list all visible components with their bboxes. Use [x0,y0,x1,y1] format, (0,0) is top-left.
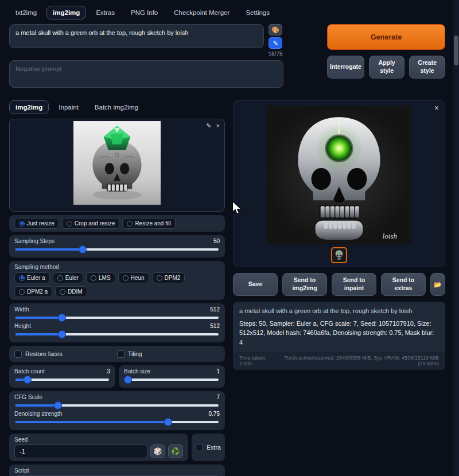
height-slider[interactable] [15,333,219,335]
batch-count-label: Batch count [14,368,45,374]
pencil-icon: ✎ [273,40,278,47]
tab-extras[interactable]: Extras [90,6,121,19]
denoising-strength-slider[interactable] [15,421,219,423]
radio-label: Euler [65,275,79,281]
generation-info-panel: a metal skull with a green orb at the to… [233,302,445,370]
gallery-thumbnail[interactable] [331,247,347,263]
radio-icon [157,275,162,281]
token-counter: 16/75 [268,51,282,57]
open-folder-button[interactable]: 📂 [430,273,445,296]
tab-checkpoint-merger[interactable]: Checkpoint Merger [168,6,236,19]
image-edit-button[interactable]: ✎ [206,122,211,130]
checkbox-icon [14,350,22,358]
extra-seed-checkbox[interactable]: Extra [196,444,221,451]
reuse-seed-button[interactable]: ♻️ [168,444,183,458]
size-group: Width 512 Height 512 [9,303,225,342]
script-group: Script None ⌄ [9,465,225,476]
checkbox-label: Extra [207,444,221,451]
height-label: Height [14,323,31,329]
subtab-img2img[interactable]: img2img [9,100,49,114]
tab-img2img[interactable]: img2img [46,6,86,19]
sampler-option-heun[interactable]: Heun [118,272,149,283]
radio-icon [60,289,65,295]
prompt-input[interactable]: a metal skull with a green orb at the to… [9,24,264,48]
seed-input[interactable] [14,444,147,458]
denoising-strength-value: 0.75 [209,411,220,417]
resize-option-resize-and-fill[interactable]: Resize and fill [122,218,175,229]
checkbox-icon [196,444,203,451]
slider-knob[interactable] [165,419,172,426]
batch-size-value: 1 [216,368,220,374]
cfg-scale-label: CFG Scale [14,394,42,400]
radio-label: Crop and resize [75,220,115,227]
sampler-option-lms[interactable]: LMS [86,272,115,283]
image-upload-area[interactable]: ✎ × [9,119,225,212]
batch-count-slider[interactable] [15,379,109,381]
palette-button[interactable]: 🎨 [269,24,282,36]
radio-label: Resize and fill [135,220,170,227]
batch-size-label: Batch size [124,368,150,374]
tab-png-info[interactable]: PNG Info [125,6,164,19]
radio-icon [19,289,25,295]
tiling-checkbox[interactable]: Tiling [117,350,220,358]
width-slider[interactable] [15,317,219,319]
resize-mode-group: Just resize Crop and resize Resize and f… [9,215,225,232]
image-signature: loish [383,232,397,240]
app-window: txt2img img2img Extras PNG Info Checkpoi… [0,0,459,476]
batch-size-slider[interactable] [125,379,219,381]
vram-text: Torch active/reserved: 2840/3396 MiB, Sy… [281,355,439,366]
slider-knob[interactable] [79,246,86,253]
flags-group: Restore faces Tiling [9,346,225,362]
sampling-steps-value: 50 [213,238,220,244]
tab-settings[interactable]: Settings [239,6,276,19]
subtab-batch-img2img[interactable]: Batch img2img [88,100,145,114]
batch-count-value: 3 [107,368,110,374]
image-clear-button[interactable]: × [216,122,220,130]
interrogate-button[interactable]: Interrogate [327,56,364,79]
height-value: 512 [210,323,220,329]
resize-option-crop-and-resize[interactable]: Crop and resize [62,218,120,229]
send-to-extras-button[interactable]: Send to extras [381,273,426,296]
edit-prompt-button[interactable]: ✎ [269,37,282,49]
sampler-option-dpm2-a[interactable]: DPM2 a [14,286,52,297]
scrollbar-thumb[interactable] [454,36,458,65]
apply-style-button[interactable]: Apply style [369,56,405,79]
prompt-section: a metal skull with a green orb at the to… [9,24,445,88]
slider-knob[interactable] [59,314,65,321]
send-to-img2img-button[interactable]: Send to img2img [282,273,327,296]
sampling-method-group: Sampling method Euler a Euler LMS Heun D… [9,261,225,300]
sampler-option-euler-a[interactable]: Euler a [14,272,50,283]
radio-icon [19,275,25,281]
width-label: Width [14,306,29,313]
tab-txt2img[interactable]: txt2img [9,6,43,19]
resize-option-just-resize[interactable]: Just resize [14,218,59,229]
subtab-inpaint[interactable]: Inpaint [52,100,85,114]
img2img-subtabs: img2img Inpaint Batch img2img [9,100,225,114]
slider-knob[interactable] [55,402,61,409]
recycle-icon: ♻️ [172,447,180,455]
sampling-steps-slider[interactable] [15,248,219,251]
restore-faces-checkbox[interactable]: Restore faces [14,350,117,358]
send-to-inpaint-button[interactable]: Send to inpaint [332,273,376,296]
params-text: Steps: 50, Sampler: Euler a, CFG scale: … [239,319,439,348]
create-style-button[interactable]: Create style [409,56,445,79]
radio-label: Just resize [27,220,55,227]
radio-icon [67,221,72,227]
random-seed-button[interactable]: 🎲 [150,444,165,458]
save-button[interactable]: Save [233,273,278,296]
cfg-scale-slider[interactable] [15,404,219,407]
sampler-option-euler[interactable]: Euler [53,272,83,283]
palette-icon: 🎨 [271,26,279,34]
gallery-close-button[interactable]: × [434,103,439,112]
generated-skull-image[interactable]: loish [267,106,411,244]
sampler-option-dpm2[interactable]: DPM2 [152,272,185,283]
negative-prompt-input[interactable] [9,60,283,88]
sampling-steps-group: Sampling Steps 50 [9,235,225,257]
sampler-option-ddim[interactable]: DDIM [55,286,87,297]
slider-knob[interactable] [24,376,31,383]
cfg-scale-value: 7 [216,394,220,400]
slider-knob[interactable] [125,376,131,383]
style-buttons-row: Interrogate Apply style Create style [327,56,445,79]
generate-button[interactable]: Generate [327,24,445,50]
slider-knob[interactable] [59,331,65,338]
